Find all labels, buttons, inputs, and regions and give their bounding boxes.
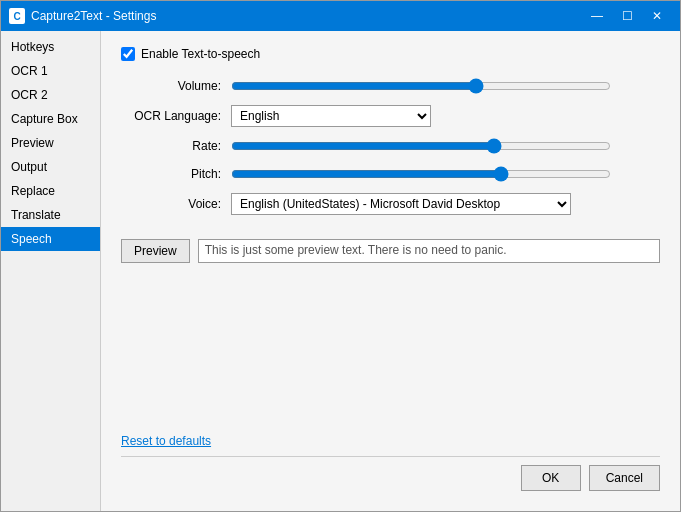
minimize-button[interactable]: — bbox=[582, 6, 612, 26]
enable-tts-row: Enable Text-to-speech bbox=[121, 47, 660, 61]
sidebar-item-output[interactable]: Output bbox=[1, 155, 100, 179]
title-bar: C Capture2Text - Settings — ☐ ✕ bbox=[1, 1, 680, 31]
bottom-area: Reset to defaults OK Cancel bbox=[121, 434, 660, 495]
pitch-slider-container bbox=[231, 165, 611, 183]
rate-label: Rate: bbox=[121, 139, 231, 153]
sidebar-item-ocr1[interactable]: OCR 1 bbox=[1, 59, 100, 83]
preview-section: Preview This is just some preview text. … bbox=[121, 239, 660, 263]
volume-row: Volume: bbox=[121, 77, 660, 95]
ocr-language-label: OCR Language: bbox=[121, 109, 231, 123]
ocr-language-select-container: English Chinese (Simplified) Chinese (Tr… bbox=[231, 105, 431, 127]
settings-window: C Capture2Text - Settings — ☐ ✕ Hotkeys … bbox=[0, 0, 681, 512]
form-section: Volume: OCR Language: English Chinese (S… bbox=[121, 77, 660, 215]
close-button[interactable]: ✕ bbox=[642, 6, 672, 26]
volume-slider[interactable] bbox=[231, 77, 611, 95]
sidebar-item-replace[interactable]: Replace bbox=[1, 179, 100, 203]
preview-text-box: This is just some preview text. There is… bbox=[198, 239, 660, 263]
maximize-button[interactable]: ☐ bbox=[612, 6, 642, 26]
ok-button[interactable]: OK bbox=[521, 465, 581, 491]
rate-slider-container bbox=[231, 137, 611, 155]
voice-row: Voice: English (UnitedStates) - Microsof… bbox=[121, 193, 660, 215]
pitch-slider[interactable] bbox=[231, 165, 611, 183]
pitch-label: Pitch: bbox=[121, 167, 231, 181]
volume-slider-container bbox=[231, 77, 611, 95]
volume-label: Volume: bbox=[121, 79, 231, 93]
window-title: Capture2Text - Settings bbox=[31, 9, 156, 23]
sidebar-item-capture-box[interactable]: Capture Box bbox=[1, 107, 100, 131]
content-area: Hotkeys OCR 1 OCR 2 Capture Box Preview … bbox=[1, 31, 680, 511]
cancel-button[interactable]: Cancel bbox=[589, 465, 660, 491]
sidebar-item-preview[interactable]: Preview bbox=[1, 131, 100, 155]
enable-tts-checkbox[interactable] bbox=[121, 47, 135, 61]
voice-select-container: English (UnitedStates) - Microsoft David… bbox=[231, 193, 571, 215]
footer-buttons: OK Cancel bbox=[121, 456, 660, 495]
sidebar-item-ocr2[interactable]: OCR 2 bbox=[1, 83, 100, 107]
sidebar-item-speech[interactable]: Speech bbox=[1, 227, 100, 251]
pitch-row: Pitch: bbox=[121, 165, 660, 183]
rate-row: Rate: bbox=[121, 137, 660, 155]
ocr-language-select[interactable]: English Chinese (Simplified) Chinese (Tr… bbox=[231, 105, 431, 127]
sidebar: Hotkeys OCR 1 OCR 2 Capture Box Preview … bbox=[1, 31, 101, 511]
sidebar-item-translate[interactable]: Translate bbox=[1, 203, 100, 227]
title-bar-left: C Capture2Text - Settings bbox=[9, 8, 156, 24]
voice-select[interactable]: English (UnitedStates) - Microsoft David… bbox=[231, 193, 571, 215]
voice-label: Voice: bbox=[121, 197, 231, 211]
reset-link[interactable]: Reset to defaults bbox=[121, 434, 660, 448]
enable-tts-label: Enable Text-to-speech bbox=[141, 47, 260, 61]
ocr-language-row: OCR Language: English Chinese (Simplifie… bbox=[121, 105, 660, 127]
sidebar-item-hotkeys[interactable]: Hotkeys bbox=[1, 35, 100, 59]
app-icon: C bbox=[9, 8, 25, 24]
main-panel: Enable Text-to-speech Volume: OCR Langua… bbox=[101, 31, 680, 511]
title-bar-controls: — ☐ ✕ bbox=[582, 6, 672, 26]
rate-slider[interactable] bbox=[231, 137, 611, 155]
preview-button[interactable]: Preview bbox=[121, 239, 190, 263]
